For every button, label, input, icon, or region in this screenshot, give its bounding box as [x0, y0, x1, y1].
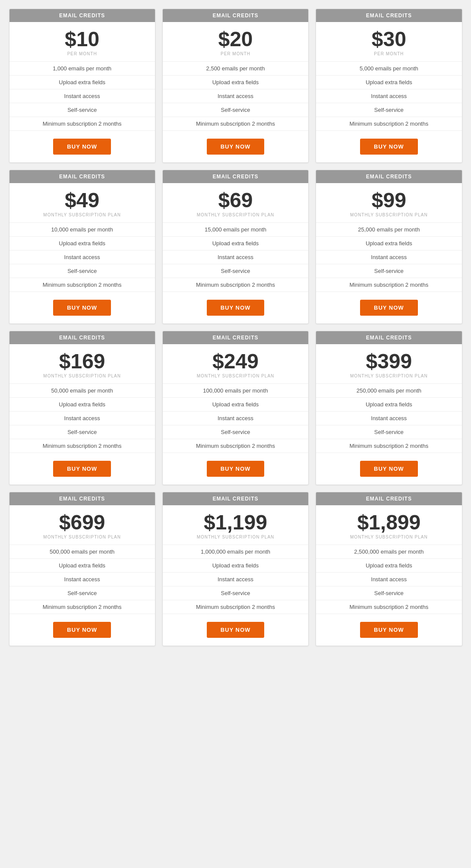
card-header: EMAIL CREDITS	[316, 492, 462, 505]
pricing-card-8: EMAIL CREDITS$399MONTHLY SUBSCRIPTION PL…	[316, 331, 462, 485]
buy-now-button[interactable]: BUY NOW	[53, 300, 111, 316]
card-feature-2: Instant access	[163, 89, 308, 103]
card-feature-3: Self-service	[316, 103, 462, 117]
card-period: PER MONTH	[221, 51, 250, 56]
card-feature-3: Self-service	[163, 264, 308, 278]
card-feature-0: 100,000 emails per month	[163, 384, 308, 398]
pricing-card-3: EMAIL CREDITS$49MONTHLY SUBSCRIPTION PLA…	[9, 170, 155, 324]
card-feature-0: 15,000 emails per month	[163, 223, 308, 237]
card-feature-0: 1,000 emails per month	[9, 62, 155, 76]
card-feature-1: Upload extra fields	[163, 237, 308, 250]
buy-now-button[interactable]: BUY NOW	[207, 622, 265, 638]
pricing-card-0: EMAIL CREDITS$10PER MONTH1,000 emails pe…	[9, 9, 155, 163]
card-features: 1,000 emails per monthUpload extra field…	[9, 61, 155, 131]
card-feature-3: Self-service	[9, 586, 155, 600]
card-feature-1: Upload extra fields	[9, 237, 155, 250]
card-period: MONTHLY SUBSCRIPTION PLAN	[43, 535, 121, 539]
card-features: 50,000 emails per monthUpload extra fiel…	[9, 383, 155, 453]
card-feature-3: Self-service	[316, 264, 462, 278]
card-feature-0: 25,000 emails per month	[316, 223, 462, 237]
card-period: MONTHLY SUBSCRIPTION PLAN	[197, 212, 275, 217]
card-price: $10	[65, 29, 99, 50]
card-features: 1,000,000 emails per monthUpload extra f…	[163, 545, 308, 614]
card-feature-4: Minimum subscription 2 months	[163, 439, 308, 453]
card-feature-0: 250,000 emails per month	[316, 384, 462, 398]
card-header: EMAIL CREDITS	[9, 9, 155, 22]
buy-now-button[interactable]: BUY NOW	[207, 461, 265, 477]
card-feature-4: Minimum subscription 2 months	[163, 117, 308, 131]
card-price: $249	[212, 351, 259, 372]
card-header: EMAIL CREDITS	[163, 331, 308, 344]
card-features: 2,500,000 emails per monthUpload extra f…	[316, 545, 462, 614]
buy-now-button[interactable]: BUY NOW	[53, 461, 111, 477]
card-feature-2: Instant access	[163, 412, 308, 425]
card-feature-4: Minimum subscription 2 months	[163, 600, 308, 614]
card-period: MONTHLY SUBSCRIPTION PLAN	[197, 535, 275, 539]
card-header: EMAIL CREDITS	[163, 9, 308, 22]
buy-now-button[interactable]: BUY NOW	[360, 300, 418, 316]
card-feature-2: Instant access	[9, 250, 155, 264]
card-header: EMAIL CREDITS	[9, 170, 155, 183]
card-feature-1: Upload extra fields	[163, 76, 308, 89]
pricing-card-10: EMAIL CREDITS$1,199MONTHLY SUBSCRIPTION …	[162, 492, 309, 646]
card-feature-2: Instant access	[316, 573, 462, 586]
card-header: EMAIL CREDITS	[316, 9, 462, 22]
card-header: EMAIL CREDITS	[9, 331, 155, 344]
card-features: 25,000 emails per monthUpload extra fiel…	[316, 222, 462, 292]
buy-now-button[interactable]: BUY NOW	[53, 622, 111, 638]
buy-now-button[interactable]: BUY NOW	[360, 461, 418, 477]
card-feature-4: Minimum subscription 2 months	[9, 117, 155, 131]
card-header: EMAIL CREDITS	[316, 331, 462, 344]
card-feature-2: Instant access	[316, 412, 462, 425]
card-period: PER MONTH	[67, 51, 97, 56]
card-feature-2: Instant access	[9, 412, 155, 425]
card-feature-1: Upload extra fields	[163, 398, 308, 412]
card-feature-4: Minimum subscription 2 months	[9, 278, 155, 292]
pricing-card-5: EMAIL CREDITS$99MONTHLY SUBSCRIPTION PLA…	[316, 170, 462, 324]
card-feature-3: Self-service	[316, 425, 462, 439]
card-period: MONTHLY SUBSCRIPTION PLAN	[350, 212, 428, 217]
card-feature-3: Self-service	[163, 103, 308, 117]
card-features: 10,000 emails per monthUpload extra fiel…	[9, 222, 155, 292]
pricing-grid: EMAIL CREDITS$10PER MONTH1,000 emails pe…	[9, 9, 462, 646]
card-feature-4: Minimum subscription 2 months	[163, 278, 308, 292]
pricing-card-1: EMAIL CREDITS$20PER MONTH2,500 emails pe…	[162, 9, 309, 163]
card-feature-0: 10,000 emails per month	[9, 223, 155, 237]
card-feature-1: Upload extra fields	[316, 76, 462, 89]
buy-now-button[interactable]: BUY NOW	[360, 139, 418, 155]
pricing-card-9: EMAIL CREDITS$699MONTHLY SUBSCRIPTION PL…	[9, 492, 155, 646]
card-feature-2: Instant access	[163, 250, 308, 264]
pricing-card-2: EMAIL CREDITS$30PER MONTH5,000 emails pe…	[316, 9, 462, 163]
buy-now-button[interactable]: BUY NOW	[207, 300, 265, 316]
card-period: MONTHLY SUBSCRIPTION PLAN	[43, 212, 121, 217]
card-price: $69	[218, 190, 253, 211]
card-feature-2: Instant access	[163, 573, 308, 586]
card-period: PER MONTH	[374, 51, 404, 56]
card-features: 2,500 emails per monthUpload extra field…	[163, 61, 308, 131]
card-feature-4: Minimum subscription 2 months	[9, 439, 155, 453]
card-feature-4: Minimum subscription 2 months	[316, 439, 462, 453]
card-price: $1,899	[357, 512, 420, 533]
card-feature-1: Upload extra fields	[316, 559, 462, 573]
card-features: 100,000 emails per monthUpload extra fie…	[163, 383, 308, 453]
card-feature-1: Upload extra fields	[316, 398, 462, 412]
card-price: $699	[59, 512, 105, 533]
card-feature-0: 2,500,000 emails per month	[316, 545, 462, 559]
buy-now-button[interactable]: BUY NOW	[207, 139, 265, 155]
card-header: EMAIL CREDITS	[316, 170, 462, 183]
pricing-card-4: EMAIL CREDITS$69MONTHLY SUBSCRIPTION PLA…	[162, 170, 309, 324]
buy-now-button[interactable]: BUY NOW	[360, 622, 418, 638]
card-feature-3: Self-service	[9, 425, 155, 439]
card-price: $99	[372, 190, 406, 211]
pricing-card-11: EMAIL CREDITS$1,899MONTHLY SUBSCRIPTION …	[316, 492, 462, 646]
card-header: EMAIL CREDITS	[163, 170, 308, 183]
card-period: MONTHLY SUBSCRIPTION PLAN	[43, 374, 121, 378]
card-period: MONTHLY SUBSCRIPTION PLAN	[350, 374, 428, 378]
card-price: $169	[59, 351, 105, 372]
card-features: 5,000 emails per monthUpload extra field…	[316, 61, 462, 131]
pricing-card-6: EMAIL CREDITS$169MONTHLY SUBSCRIPTION PL…	[9, 331, 155, 485]
card-period: MONTHLY SUBSCRIPTION PLAN	[350, 535, 428, 539]
buy-now-button[interactable]: BUY NOW	[53, 139, 111, 155]
card-header: EMAIL CREDITS	[9, 492, 155, 505]
card-price: $1,199	[204, 512, 267, 533]
